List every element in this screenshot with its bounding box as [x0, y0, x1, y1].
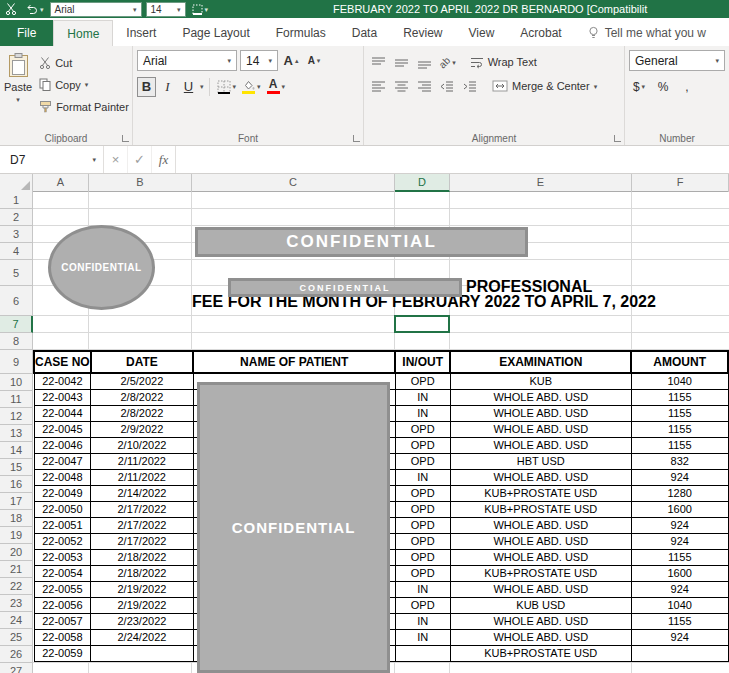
row-header-19[interactable]: 19: [0, 527, 33, 544]
comma-style-button[interactable]: ,: [677, 76, 697, 97]
row-header-5[interactable]: 5: [0, 260, 33, 286]
row-header-2[interactable]: 2: [0, 209, 33, 226]
cell[interactable]: HBT USD: [450, 453, 631, 469]
row-header-18[interactable]: 18: [0, 510, 33, 527]
row-header-1[interactable]: 1: [0, 192, 33, 209]
cell[interactable]: 1600: [631, 501, 728, 517]
cell[interactable]: 22-0058: [34, 629, 91, 645]
cell[interactable]: OPD: [395, 565, 450, 581]
cell[interactable]: OPD: [395, 453, 450, 469]
cell[interactable]: OPD: [395, 485, 450, 501]
row-header-4[interactable]: 4: [0, 243, 33, 260]
font-dialog-launcher[interactable]: [353, 135, 360, 142]
grid-cells[interactable]: CASE NODATENAME OF PATIENTIN/OUTEXAMINAT…: [33, 192, 729, 673]
decrease-indent-button[interactable]: [437, 76, 457, 97]
underline-dropdown-icon[interactable]: ▾: [200, 83, 204, 90]
underline-button[interactable]: U: [179, 77, 198, 97]
cell[interactable]: 2/18/2022: [91, 565, 193, 581]
paste-button[interactable]: Paste ▾: [4, 50, 32, 116]
row-header-14[interactable]: 14: [0, 442, 33, 459]
row-header-27[interactable]: 27: [0, 663, 33, 673]
row-header-11[interactable]: 11: [0, 391, 33, 408]
row-header-7[interactable]: 7: [0, 316, 33, 333]
table-header-cell[interactable]: AMOUNT: [631, 351, 728, 373]
cell[interactable]: 924: [631, 469, 728, 485]
cell[interactable]: 2/19/2022: [91, 581, 193, 597]
formula-input[interactable]: [176, 146, 729, 173]
confidential-ellipse-shape[interactable]: CONFIDENTIAL: [48, 225, 155, 310]
cell[interactable]: 2/9/2022: [91, 421, 193, 437]
cell[interactable]: KUB+PROSTATE USD: [450, 645, 631, 661]
cut-button[interactable]: Cut: [37, 53, 131, 72]
cell[interactable]: WHOLE ABD. USD: [450, 581, 631, 597]
column-header-E[interactable]: E: [450, 174, 632, 192]
accounting-format-button[interactable]: $▾: [629, 76, 649, 97]
confidential-patient-cover-shape[interactable]: CONFIDENTIAL: [197, 382, 390, 673]
tab-page-layout[interactable]: Page Layout: [169, 20, 262, 46]
align-left-button[interactable]: [368, 76, 388, 97]
row-header-21[interactable]: 21: [0, 561, 33, 578]
table-header-cell[interactable]: EXAMINATION: [450, 351, 631, 373]
table-header-cell[interactable]: CASE NO: [34, 351, 91, 373]
row-header-10[interactable]: 10: [0, 374, 33, 391]
cell[interactable]: IN: [395, 469, 450, 485]
cell[interactable]: OPD: [395, 533, 450, 549]
align-center-button[interactable]: [391, 76, 411, 97]
tab-acrobat[interactable]: Acrobat: [507, 20, 574, 46]
cell[interactable]: 22-0053: [34, 549, 91, 565]
format-painter-button[interactable]: Format Painter: [37, 97, 131, 116]
tab-view[interactable]: View: [456, 20, 508, 46]
tab-data[interactable]: Data: [339, 20, 390, 46]
wrap-text-button[interactable]: Wrap Text: [467, 52, 540, 73]
cell[interactable]: 2/5/2022: [91, 373, 193, 389]
cell[interactable]: 1040: [631, 597, 728, 613]
cell[interactable]: 2/8/2022: [91, 389, 193, 405]
cell[interactable]: 22-0059: [34, 645, 91, 661]
confidential-banner-shape[interactable]: CONFIDENTIAL: [195, 227, 528, 257]
tab-formulas[interactable]: Formulas: [263, 20, 339, 46]
percent-style-button[interactable]: %: [653, 76, 673, 97]
table-header-cell[interactable]: DATE: [91, 351, 193, 373]
cell[interactable]: 1155: [631, 421, 728, 437]
row-header-15[interactable]: 15: [0, 459, 33, 476]
cell[interactable]: WHOLE ABD. USD: [450, 389, 631, 405]
cell[interactable]: 22-0054: [34, 565, 91, 581]
tab-file[interactable]: File: [0, 20, 53, 46]
row-header-12[interactable]: 12: [0, 408, 33, 425]
cell[interactable]: 924: [631, 581, 728, 597]
cell[interactable]: OPD: [395, 597, 450, 613]
row-header-22[interactable]: 22: [0, 578, 33, 595]
cell[interactable]: 2/17/2022: [91, 517, 193, 533]
cell[interactable]: OPD: [395, 437, 450, 453]
orientation-button[interactable]: ab▾: [437, 52, 458, 73]
cell[interactable]: 1155: [631, 389, 728, 405]
increase-indent-button[interactable]: [460, 76, 480, 97]
insert-function-icon[interactable]: fx: [152, 146, 176, 173]
column-header-C[interactable]: C: [192, 174, 395, 192]
tab-review[interactable]: Review: [390, 20, 455, 46]
cell[interactable]: 2/19/2022: [91, 597, 193, 613]
cell[interactable]: 1155: [631, 549, 728, 565]
select-all-button[interactable]: [0, 174, 33, 192]
cancel-icon[interactable]: ×: [104, 146, 128, 173]
cell[interactable]: 22-0055: [34, 581, 91, 597]
table-header-cell[interactable]: IN/OUT: [395, 351, 450, 373]
confidential-small-banner-shape[interactable]: CONFIDENTIAL: [228, 278, 462, 297]
qat-font-name-select[interactable]: Arial ▾: [50, 2, 142, 17]
cell[interactable]: 1155: [631, 437, 728, 453]
cell[interactable]: OPD: [395, 501, 450, 517]
cell[interactable]: [631, 645, 728, 661]
cell[interactable]: IN: [395, 613, 450, 629]
cell[interactable]: 22-0052: [34, 533, 91, 549]
font-size-select[interactable]: 14 ▾: [240, 50, 278, 71]
cell[interactable]: IN: [395, 389, 450, 405]
row-header-23[interactable]: 23: [0, 595, 33, 612]
font-color-button[interactable]: A ▾: [265, 76, 288, 97]
row-header-13[interactable]: 13: [0, 425, 33, 442]
row-header-3[interactable]: 3: [0, 226, 33, 243]
column-header-D[interactable]: D: [395, 174, 450, 192]
cell[interactable]: 2/24/2022: [91, 629, 193, 645]
cell[interactable]: OPD: [395, 517, 450, 533]
cell[interactable]: 2/17/2022: [91, 501, 193, 517]
row-header-26[interactable]: 26: [0, 646, 33, 663]
